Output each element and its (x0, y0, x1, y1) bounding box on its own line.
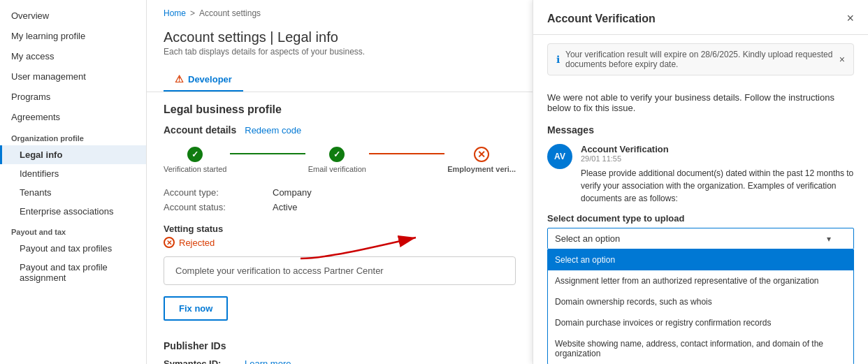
step-line-1 (230, 153, 305, 154)
step-label-1: Verification started (164, 165, 227, 173)
panel-header: Account Verification × (533, 0, 868, 35)
sidebar-item-payout-profiles[interactable]: Payout and tax profiles (0, 239, 146, 258)
breadcrumb-home[interactable]: Home (164, 8, 186, 18)
vetting-rejected: ✕ Rejected (164, 237, 516, 248)
main-content: Home > Account settings Account settings… (147, 0, 533, 364)
vetting-title: Vetting status (164, 224, 516, 234)
account-type-value: Company (273, 187, 516, 198)
payout-section-label: Payout and tax (0, 221, 146, 239)
step-error-icon: ✕ (474, 147, 489, 162)
dropdown-option-2[interactable]: Domain ownership records, such as whois (548, 291, 853, 312)
step-verification-started: ✓ Verification started (164, 147, 227, 173)
expiry-banner-close-button[interactable]: × (839, 54, 845, 65)
expiry-info: ℹ Your verification result will expire o… (556, 50, 834, 69)
message-item: AV Account Verification 29/01 11:55 Plea… (547, 144, 854, 205)
tab-developer-label: Developer (188, 74, 232, 85)
sidebar-item-enterprise-associations[interactable]: Enterprise associations (0, 202, 146, 221)
step-line-2 (369, 153, 444, 154)
select-label: Select document type to upload (547, 213, 854, 224)
panel-close-button[interactable]: × (846, 11, 854, 26)
account-status-label: Account status: (164, 202, 261, 212)
page-title-section: Legal info (277, 29, 338, 45)
avatar: AV (547, 144, 572, 169)
vetting-status: Vetting status ✕ Rejected (164, 224, 516, 248)
select-box[interactable]: Select an option ▾ (547, 228, 854, 249)
dropdown-option-4[interactable]: Website showing name, address, contact i… (548, 333, 853, 364)
breadcrumb: Home > Account settings (147, 0, 533, 24)
publisher-ids-title: Publisher IDs (164, 340, 516, 351)
symantec-id-label: Symantec ID: (164, 358, 233, 364)
message-text: Please provide additional document(s) da… (581, 167, 854, 205)
right-panel: Account Verification × ℹ Your verificati… (533, 0, 868, 364)
redeem-code-link[interactable]: Redeem code (245, 125, 301, 136)
sidebar-item-my-access[interactable]: My access (0, 46, 146, 66)
vetting-rejected-label: Rejected (179, 238, 215, 248)
dropdown-options: Select an option Assignment letter from … (547, 249, 854, 364)
account-details-label: Account details (164, 124, 236, 136)
tab-developer[interactable]: ⚠ Developer (164, 68, 243, 92)
panel-content: We were not able to verify your business… (533, 84, 868, 364)
page-title-separator: | (270, 29, 277, 45)
breadcrumb-separator: > (190, 8, 195, 18)
page-subtitle: Each tab displays details for aspects of… (164, 47, 516, 57)
dropdown-option-0[interactable]: Select an option (548, 249, 853, 270)
sidebar-item-learning-profile[interactable]: My learning profile (0, 26, 146, 46)
step-employment-verification: ✕ Employment veri... (447, 147, 516, 173)
expiry-info-icon: ℹ (556, 54, 560, 65)
sidebar-item-agreements[interactable]: Agreements (0, 107, 146, 127)
breadcrumb-current: Account settings (199, 8, 261, 18)
chevron-down-icon: ▾ (827, 234, 831, 244)
org-profile-section-label: Organization profile (0, 127, 146, 145)
account-status-value: Active (273, 202, 516, 212)
sidebar-item-payout-assignment[interactable]: Payout and tax profile assignment (0, 258, 146, 287)
account-details-header: Account details Redeem code (164, 124, 516, 136)
tab-warning-icon: ⚠ (175, 73, 184, 85)
sidebar-item-identifiers[interactable]: Identifiers (0, 164, 146, 183)
verification-banner-text: Complete your verification to access Par… (175, 265, 384, 276)
symantec-id-row: Symantec ID: Learn more (164, 358, 516, 364)
sidebar-item-programs[interactable]: Programs (0, 87, 146, 107)
symantec-learn-more-link[interactable]: Learn more (245, 358, 291, 364)
message-time: 29/01 11:55 (581, 154, 854, 163)
step-label-3: Employment veri... (447, 165, 516, 173)
page-title: Account settings | Legal info (164, 29, 516, 45)
panel-description: We were not able to verify your business… (547, 92, 854, 113)
dropdown-option-3[interactable]: Domain purchase invoices or registry con… (548, 312, 853, 333)
message-body: Account Verification 29/01 11:55 Please … (581, 144, 854, 205)
dropdown-option-1[interactable]: Assignment letter from an authorized rep… (548, 270, 853, 291)
page-title-main: Account settings (164, 29, 266, 45)
messages-title: Messages (547, 124, 854, 136)
fix-now-button[interactable]: Fix now (164, 296, 228, 321)
tabs-bar: ⚠ Developer (147, 68, 533, 92)
step-label-2: Email verification (308, 165, 366, 173)
account-info-grid: Account type: Company Account status: Ac… (164, 187, 516, 212)
sidebar-item-user-management[interactable]: User management (0, 66, 146, 87)
page-header: Account settings | Legal info Each tab d… (147, 24, 533, 68)
expiry-banner-text: Your verification result will expire on … (565, 50, 834, 69)
publisher-ids-section: Publisher IDs Symantec ID: Learn more Se… (164, 340, 516, 364)
select-placeholder: Select an option (555, 233, 620, 244)
sidebar-item-overview[interactable]: Overview (0, 6, 146, 26)
verification-banner: Complete your verification to access Par… (164, 256, 516, 285)
vetting-rejected-icon: ✕ (164, 237, 175, 248)
sidebar-item-legal-info[interactable]: Legal info (0, 145, 146, 164)
account-type-label: Account type: (164, 187, 261, 198)
sidebar-item-tenants[interactable]: Tenants (0, 183, 146, 202)
step-email-verification: ✓ Email verification (308, 147, 366, 173)
panel-title: Account Verification (547, 13, 656, 25)
step-done-icon-2: ✓ (329, 147, 345, 162)
select-container: Select an option ▾ Select an option Assi… (547, 228, 854, 364)
progress-steps: ✓ Verification started ✓ Email verificat… (164, 147, 516, 173)
message-sender: Account Verification (581, 144, 854, 154)
section-title: Legal business profile (164, 103, 516, 116)
sidebar: Overview My learning profile My access U… (0, 0, 147, 364)
content-area: Legal business profile Account details R… (147, 103, 533, 364)
step-done-icon-1: ✓ (187, 147, 203, 162)
expiry-banner: ℹ Your verification result will expire o… (547, 43, 854, 75)
